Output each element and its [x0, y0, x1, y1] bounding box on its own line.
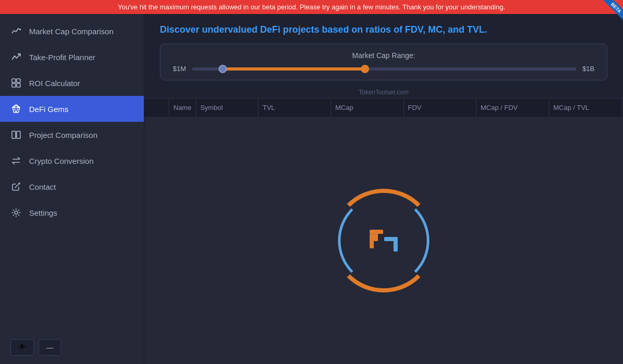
sidebar-label-market-cap: Market Cap Comparison	[29, 27, 114, 36]
content-top: Discover undervalued DeFi projects based…	[144, 14, 623, 86]
main-layout: Market Cap Comparison Take-Profit Planne…	[0, 14, 623, 364]
market-cap-range-container: Market Cap Range: $1M $1B	[160, 44, 607, 80]
sidebar-label-roi: ROI Calculator	[29, 79, 80, 88]
sidebar-item-roi[interactable]: ROI Calculator	[0, 70, 144, 96]
svg-rect-15	[370, 234, 374, 248]
sidebar-label-defi-gems: DeFi Gems	[29, 105, 69, 114]
sidebar-item-project-comparison[interactable]: Project Comparison	[0, 122, 144, 148]
svg-marker-5	[12, 105, 20, 113]
trending-icon	[10, 51, 22, 63]
range-min-value: $1M	[173, 65, 186, 73]
sidebar-footer: 👁 —	[0, 331, 144, 364]
sidebar-label-crypto-conversion: Crypto Conversion	[29, 157, 93, 165]
th-mcap-tvl: MCap / TVL	[549, 99, 622, 117]
svg-rect-14	[370, 230, 383, 234]
svg-rect-18	[374, 234, 378, 241]
svg-rect-12	[17, 131, 20, 138]
svg-point-13	[15, 211, 18, 214]
hide-button[interactable]: —	[38, 339, 61, 356]
range-label: Market Cap Range:	[352, 51, 415, 60]
svg-rect-11	[12, 131, 16, 138]
loading-area	[144, 117, 623, 364]
show-button[interactable]: 👁	[10, 339, 34, 356]
th-mcap-fdv: MCap / FDV	[477, 99, 549, 117]
svg-rect-1	[12, 79, 16, 82]
page-headline: Discover undervalued DeFi projects based…	[160, 24, 607, 35]
th-tvl: TVL	[259, 99, 331, 117]
columns-icon	[10, 129, 22, 141]
svg-line-9	[14, 107, 16, 113]
sidebar: Market Cap Comparison Take-Profit Planne…	[0, 14, 144, 364]
sidebar-item-contact[interactable]: Contact	[0, 174, 144, 200]
svg-rect-2	[17, 79, 20, 82]
svg-point-0	[20, 29, 21, 31]
brand-logo	[332, 189, 436, 292]
sidebar-item-settings[interactable]: Settings	[0, 200, 144, 226]
svg-rect-17	[394, 237, 398, 251]
sidebar-item-take-profit[interactable]: Take-Profit Planner	[0, 44, 144, 70]
banner-message: You've hit the maximum requests allowed …	[118, 3, 505, 11]
watermark: TokenToolset.com	[144, 86, 623, 98]
th-symbol: Symbol	[196, 99, 259, 117]
chart-icon	[10, 25, 22, 37]
th-mcap: MCap	[331, 99, 404, 117]
loading-spinner	[332, 189, 436, 292]
beta-badge: BETA	[603, 0, 623, 20]
alert-banner: You've hit the maximum requests allowed …	[0, 0, 623, 14]
svg-rect-3	[12, 83, 16, 87]
sidebar-label-settings: Settings	[29, 208, 57, 217]
grid-icon	[10, 77, 22, 89]
sidebar-item-crypto-conversion[interactable]: Crypto Conversion	[0, 148, 144, 174]
content-area: Discover undervalued DeFi projects based…	[144, 14, 623, 364]
sidebar-label-project-comparison: Project Comparison	[29, 131, 98, 139]
svg-rect-4	[17, 83, 20, 87]
range-max-value: $1B	[583, 65, 594, 73]
th-checkbox	[146, 99, 169, 117]
range-thumb-right[interactable]	[361, 65, 369, 73]
gear-icon	[10, 207, 22, 218]
sidebar-nav: Market Cap Comparison Take-Profit Planne…	[0, 14, 144, 331]
hide-icon: —	[46, 343, 53, 352]
sidebar-label-contact: Contact	[29, 183, 56, 191]
svg-line-10	[16, 107, 18, 113]
gem-icon	[10, 103, 22, 115]
th-fdv: FDV	[404, 99, 477, 117]
range-thumb-left[interactable]	[219, 65, 227, 73]
beta-badge-corner: BETA	[598, 0, 623, 25]
range-track[interactable]	[192, 67, 576, 71]
link-icon	[10, 181, 22, 192]
th-name: Name	[169, 99, 196, 117]
table-header: Name Symbol TVL MCap FDV MCap / FDV MCap…	[144, 98, 623, 117]
eye-icon: 👁	[18, 343, 26, 352]
arrows-icon	[10, 155, 22, 166]
range-row: $1M $1B	[173, 65, 594, 73]
sidebar-item-market-cap[interactable]: Market Cap Comparison	[0, 18, 144, 44]
sidebar-label-take-profit: Take-Profit Planner	[29, 53, 96, 62]
sidebar-item-defi-gems[interactable]: DeFi Gems	[0, 96, 144, 122]
range-fill	[223, 67, 365, 71]
